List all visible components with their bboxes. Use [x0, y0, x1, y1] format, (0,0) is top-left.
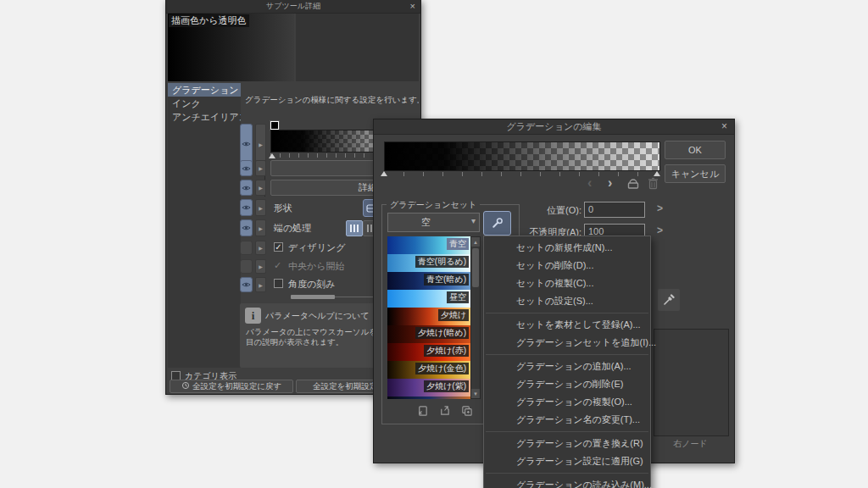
gradient-edit-bar[interactable] [384, 141, 660, 171]
eyedropper-button[interactable] [658, 289, 680, 311]
expand-arrow-button[interactable]: ▶ [255, 241, 266, 255]
gradient-edit-titlebar[interactable]: グラデーションの編集 [374, 119, 734, 135]
import-set-icon[interactable] [415, 402, 430, 418]
scroll-down-button[interactable]: ▾ [471, 389, 480, 398]
gradient-node-handle[interactable] [270, 121, 279, 130]
expand-arrow-button[interactable]: ▶ [255, 259, 266, 274]
gradient-swatch [387, 396, 470, 399]
gradient-edit-ruler [384, 172, 659, 176]
gradient-list-item[interactable]: 夕焼け(赤) [387, 343, 470, 361]
chevron-down-icon: ▾ [471, 216, 476, 225]
menu-item-label: グラデーションの削除(E) [516, 379, 623, 389]
position-expand-icon[interactable]: > [657, 202, 663, 214]
expand-arrow-button[interactable]: ▶ [255, 124, 266, 164]
cancel-button[interactable]: キャンセル [665, 164, 726, 183]
trash-glyph [648, 177, 659, 190]
subtool-titlebar[interactable]: サブツール詳細 [166, 0, 420, 14]
close-icon[interactable]: × [410, 0, 415, 13]
gradient-list-item[interactable] [387, 396, 470, 399]
eye-icon [242, 185, 251, 191]
menu-separator [486, 313, 648, 313]
visibility-eye-button[interactable] [240, 219, 253, 236]
angle-step-checkbox[interactable] [274, 279, 283, 288]
stripes-icon [349, 224, 359, 233]
gradient-list: 青空 青空(明るめ) 青空(暗め) 昼空 夕焼け 夕焼け(暗め) [387, 236, 470, 399]
mini-bar-left-marker[interactable] [269, 153, 275, 158]
expand-arrow-button[interactable]: ▶ [255, 160, 266, 176]
gradient-list-item[interactable]: 夕焼け(金色) [387, 361, 470, 379]
menu-item[interactable]: グラデーションの削除(E) [484, 375, 650, 393]
scroll-thumb[interactable] [472, 248, 479, 287]
visibility-eye-button[interactable] [240, 277, 253, 292]
menu-item[interactable]: セットの削除(D)... [484, 257, 650, 274]
gradient-list-item[interactable]: 夕焼け(紫) [387, 379, 470, 396]
edge-repeat-icon[interactable] [346, 220, 363, 236]
close-icon[interactable]: × [721, 119, 727, 134]
menu-item-label: グラデーションの置き換え(R) [516, 438, 643, 448]
menu-item[interactable]: セットの新規作成(N)... [484, 239, 650, 257]
menu-item[interactable]: セットを素材として登録(A)... [484, 316, 650, 334]
subtool-sidebar: グラデーションインクアンチエイリアス [168, 83, 241, 368]
gradient-list-scrollbar[interactable]: ▴ ▾ [470, 236, 481, 399]
menu-item[interactable]: グラデーションの読み込み(M)... [484, 476, 650, 488]
gradient-list-item[interactable]: 青空(明るめ) [387, 254, 470, 272]
menu-item[interactable]: セットの設定(S)... [484, 292, 650, 310]
menu-item[interactable]: セットの複製(C)... [484, 274, 650, 292]
visibility-eye-button[interactable] [240, 180, 253, 196]
add-gradient-icon[interactable] [459, 402, 474, 418]
opacity-expand-icon[interactable]: > [657, 225, 663, 236]
dithering-checkbox[interactable]: ✓ [274, 242, 283, 252]
sidebar-item-label: アンチエイリアス [172, 112, 241, 122]
menu-item[interactable]: グラデーションセットを追加(I)... [484, 334, 650, 352]
gradient-list-item[interactable]: 青空 [387, 236, 470, 254]
help-title: パラメータヘルプについて [265, 310, 370, 322]
expand-arrow-button[interactable]: ▶ [255, 277, 266, 292]
expand-arrow-button[interactable]: ▶ [255, 180, 266, 196]
scroll-up-button[interactable]: ▴ [471, 237, 480, 247]
left-node-marker[interactable] [381, 171, 387, 176]
gradient-name-chip: 夕焼け(暗め) [415, 327, 469, 339]
trash-icon[interactable] [646, 176, 659, 191]
position-label: 位置(O): [522, 204, 581, 217]
menu-item-label: セットの削除(D)... [516, 260, 593, 270]
visibility-eye-button[interactable] [240, 160, 253, 176]
menu-item-label: グラデーション設定に適用(G) [516, 456, 643, 466]
eye-icon [242, 165, 251, 172]
gradient-list-item[interactable]: 夕焼け(暗め) [387, 325, 470, 343]
gradient-list-item[interactable]: 夕焼け [387, 308, 470, 325]
gradient-name-chip: 青空(暗め) [424, 274, 469, 286]
visibility-eye-button[interactable] [240, 124, 253, 164]
menu-item[interactable]: グラデーションの追加(A)... [484, 358, 650, 375]
menu-item[interactable]: グラデーションの置き換え(R) [484, 435, 650, 452]
gradient-edit-fade [385, 142, 659, 170]
visibility-eye-button[interactable] [240, 199, 253, 216]
expand-arrow-button[interactable]: ▶ [255, 199, 266, 216]
gradient-list-item[interactable]: 青空(暗め) [387, 272, 470, 290]
set-menu-wrench-button[interactable] [483, 211, 511, 236]
gradient-list-item[interactable]: 昼空 [387, 290, 470, 308]
menu-item[interactable]: グラデーション設定に適用(G) [484, 452, 650, 470]
sidebar-item[interactable]: アンチエイリアス [168, 110, 241, 124]
position-field[interactable]: 0 [584, 202, 645, 218]
sidebar-item[interactable]: グラデーション [168, 83, 241, 97]
ok-button[interactable]: OK [665, 141, 726, 159]
page-import-glyph [416, 404, 429, 417]
shape-label: 形状 [274, 202, 292, 214]
menu-item-label: セットの新規作成(N)... [516, 242, 612, 252]
sidebar-item[interactable]: インク [168, 97, 241, 110]
menu-item[interactable]: グラデーション名の変更(T)... [484, 411, 650, 429]
menu-item[interactable]: グラデーションの複製(O)... [484, 393, 650, 411]
prev-node-icon[interactable]: ‹ [587, 175, 592, 191]
next-node-icon[interactable]: › [608, 175, 612, 191]
bucket-icon[interactable] [626, 177, 641, 191]
wrench-icon [491, 217, 504, 230]
reset-all-button[interactable]: 全設定を初期設定に戻す [170, 380, 293, 393]
angle-step-slider[interactable] [291, 295, 335, 299]
visibility-eye-button[interactable] [240, 241, 253, 255]
visibility-eye-button[interactable] [240, 259, 253, 274]
export-set-icon[interactable] [437, 402, 452, 418]
expand-arrow-button[interactable]: ▶ [255, 219, 266, 236]
gradient-name-chip: 青空(明るめ) [415, 256, 469, 268]
gradient-set-dropdown[interactable]: 空 ▾ [387, 213, 480, 232]
menu-item-label: セットの複製(C)... [516, 278, 593, 288]
